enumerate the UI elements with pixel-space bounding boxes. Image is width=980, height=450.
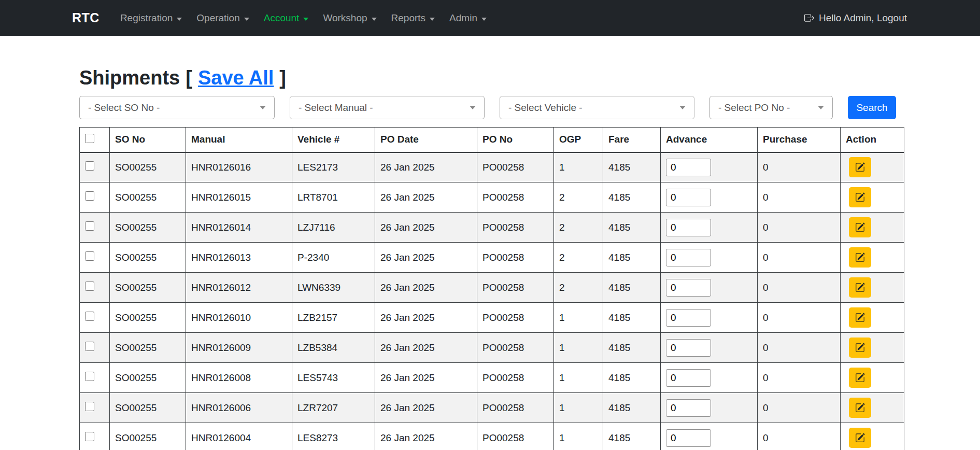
cell-advance [661, 213, 758, 243]
chevron-down-icon [244, 18, 249, 21]
cell-manual: HNR0126004 [186, 423, 292, 450]
search-button[interactable]: Search [848, 96, 896, 119]
nav-item-operation[interactable]: Operation [189, 8, 256, 28]
po-no-select-value: - Select PO No - [718, 102, 790, 114]
chevron-down-icon [303, 18, 308, 21]
cell-po-no: PO00258 [477, 243, 554, 273]
cell-po-date: 26 Jan 2025 [375, 273, 477, 303]
cell-fare: 4185 [603, 423, 661, 450]
row-checkbox[interactable] [85, 191, 94, 201]
row-select-cell [80, 243, 110, 273]
manual-select[interactable]: - Select Manual - [290, 96, 485, 119]
advance-input[interactable] [666, 279, 711, 297]
cell-ogp: 1 [554, 303, 603, 333]
cell-fare: 4185 [603, 333, 661, 363]
cell-ogp: 1 [554, 423, 603, 450]
advance-input[interactable] [666, 399, 711, 417]
row-checkbox[interactable] [85, 402, 94, 411]
table-row: SO00255 HNR0126015 LRT8701 26 Jan 2025 P… [80, 182, 904, 213]
nav-item-registration[interactable]: Registration [113, 8, 189, 28]
advance-input[interactable] [666, 369, 711, 387]
edit-button[interactable] [849, 247, 871, 268]
brand-logo[interactable]: RTC [72, 10, 100, 25]
cell-purchase: 0 [758, 303, 841, 333]
cell-po-no: PO00258 [477, 152, 554, 182]
cell-so-no: SO00255 [110, 363, 186, 393]
row-checkbox[interactable] [85, 432, 94, 441]
row-checkbox[interactable] [85, 282, 94, 291]
advance-input[interactable] [666, 339, 711, 357]
edit-button[interactable] [849, 307, 871, 328]
po-no-select[interactable]: - Select PO No - [709, 96, 833, 119]
cell-advance [661, 182, 758, 213]
advance-input[interactable] [666, 429, 711, 447]
edit-button[interactable] [849, 157, 871, 177]
dropdown-arrow-icon [679, 106, 686, 109]
edit-button[interactable] [849, 428, 871, 448]
so-no-select[interactable]: - Select SO No - [79, 96, 275, 119]
header-vehicle: Vehicle # [292, 128, 375, 152]
edit-button[interactable] [849, 187, 871, 207]
edit-button[interactable] [849, 338, 871, 358]
cell-vehicle: LZJ7116 [292, 213, 375, 243]
advance-input[interactable] [666, 249, 711, 266]
cell-action [841, 152, 904, 182]
select-all-checkbox[interactable] [85, 134, 94, 143]
nav-item-account[interactable]: Account [257, 8, 316, 28]
nav-item-workshop[interactable]: Workshop [316, 8, 384, 28]
cell-purchase: 0 [758, 333, 841, 363]
header-advance: Advance [661, 128, 758, 152]
row-checkbox[interactable] [85, 372, 94, 381]
cell-so-no: SO00255 [110, 152, 186, 182]
cell-manual: HNR0126015 [186, 182, 292, 213]
shipments-table: SO No Manual Vehicle # PO Date PO No OGP… [79, 127, 904, 450]
cell-fare: 4185 [603, 152, 661, 182]
pencil-square-icon [855, 343, 865, 353]
bracket-open: [ [186, 66, 192, 90]
page-title: Shipments [ Save All ] [79, 66, 904, 90]
cell-po-date: 26 Jan 2025 [375, 423, 477, 450]
nav-item-admin[interactable]: Admin [442, 8, 494, 28]
cell-vehicle: P-2340 [292, 243, 375, 273]
cell-fare: 4185 [603, 393, 661, 423]
cell-so-no: SO00255 [110, 393, 186, 423]
advance-input[interactable] [666, 219, 711, 236]
row-checkbox[interactable] [85, 221, 94, 231]
cell-purchase: 0 [758, 363, 841, 393]
cell-advance [661, 363, 758, 393]
cell-advance [661, 423, 758, 450]
row-checkbox[interactable] [85, 312, 94, 321]
cell-ogp: 2 [554, 243, 603, 273]
navbar-inner: RTC Registration Operation Account Works… [72, 8, 907, 28]
pencil-square-icon [855, 403, 865, 413]
cell-action [841, 363, 904, 393]
cell-ogp: 2 [554, 273, 603, 303]
nav-item-reports[interactable]: Reports [384, 8, 443, 28]
edit-button[interactable] [849, 277, 871, 298]
cell-action [841, 243, 904, 273]
advance-input[interactable] [666, 159, 711, 176]
cell-po-date: 26 Jan 2025 [375, 363, 477, 393]
row-checkbox[interactable] [85, 161, 94, 171]
logout-link[interactable]: Hello Admin, Logout [804, 12, 907, 24]
cell-po-date: 26 Jan 2025 [375, 333, 477, 363]
chevron-down-icon [481, 18, 487, 21]
header-purchase: Purchase [758, 128, 841, 152]
logout-icon [804, 13, 814, 23]
vehicle-select-value: - Select Vehicle - [508, 102, 583, 114]
nav-item-label: Account [264, 12, 300, 24]
chevron-down-icon [430, 18, 435, 21]
save-all-link[interactable]: Save All [198, 66, 274, 90]
edit-button[interactable] [849, 217, 871, 237]
advance-input[interactable] [666, 189, 711, 206]
page-title-text: Shipments [79, 66, 180, 90]
edit-button[interactable] [849, 368, 871, 388]
cell-fare: 4185 [603, 303, 661, 333]
edit-button[interactable] [849, 398, 871, 418]
dropdown-arrow-icon [470, 106, 476, 109]
row-checkbox[interactable] [85, 342, 94, 351]
cell-ogp: 2 [554, 182, 603, 213]
advance-input[interactable] [666, 309, 711, 327]
vehicle-select[interactable]: - Select Vehicle - [500, 96, 694, 119]
row-checkbox[interactable] [85, 251, 94, 261]
